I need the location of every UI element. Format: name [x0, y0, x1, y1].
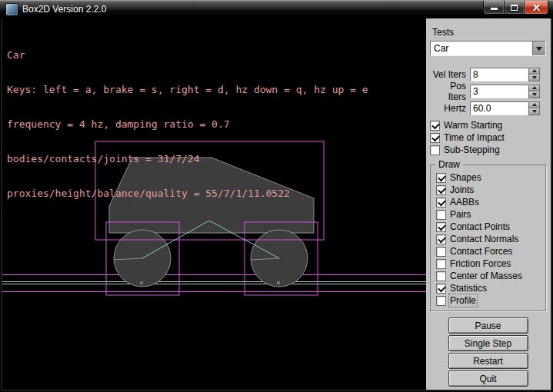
- chevron-down-icon: [536, 47, 542, 51]
- single-step-button[interactable]: Single Step: [448, 335, 528, 351]
- arrow-down-icon: [532, 93, 537, 96]
- hertz-input[interactable]: [470, 101, 528, 115]
- profile-row[interactable]: Profile: [436, 294, 542, 307]
- vel-iters-row: Vel Iters: [430, 67, 546, 81]
- right-contact-point: [277, 281, 280, 284]
- joints-label: Joints: [450, 184, 474, 195]
- arrow-down-icon: [532, 76, 537, 79]
- maximize-icon: [511, 5, 518, 11]
- draw-group: Draw Shapes Joints AABBs Pairs Contact P…: [430, 164, 546, 311]
- contact-points-row[interactable]: Contact Points: [436, 221, 542, 233]
- profile-checkbox[interactable]: [436, 296, 446, 306]
- draw-group-title: Draw: [435, 159, 463, 170]
- pos-iters-input[interactable]: [470, 85, 528, 98]
- caption-buttons: [484, 1, 548, 15]
- contact-normals-row[interactable]: Contact Normals: [436, 233, 542, 245]
- tests-label: Tests: [432, 27, 546, 38]
- contact-forces-label: Contact Forces: [450, 246, 512, 257]
- arrow-up-icon: [532, 86, 537, 89]
- titlebar[interactable]: Box2D Version 2.2.0: [0, 0, 553, 18]
- statistics-row[interactable]: Statistics: [436, 282, 542, 294]
- statistics-label: Statistics: [450, 283, 487, 294]
- time-of-impact-checkbox[interactable]: [430, 133, 440, 143]
- aabbs-checkbox[interactable]: [436, 198, 446, 208]
- minimize-icon: [491, 8, 498, 10]
- arrow-up-icon: [532, 103, 537, 106]
- vel-iters-down-button[interactable]: [528, 75, 540, 81]
- pos-iters-row: Pos Iters: [430, 84, 546, 98]
- friction-forces-row[interactable]: Friction Forces: [436, 257, 542, 270]
- joints-checkbox[interactable]: [436, 185, 446, 195]
- time-of-impact-label: Time of Impact: [444, 132, 505, 143]
- hertz-down-button[interactable]: [528, 108, 540, 115]
- contact-points-label: Contact Points: [450, 221, 510, 232]
- tests-dropdown[interactable]: Car: [430, 41, 546, 56]
- statistics-checkbox[interactable]: [436, 284, 446, 294]
- joints-row[interactable]: Joints: [436, 184, 542, 196]
- pos-iters-up-button[interactable]: [528, 85, 540, 91]
- sub-stepping-label: Sub-Stepping: [444, 145, 500, 155]
- stats-bodies-text: bodies/contacts/joints = 31/7/24: [7, 153, 368, 164]
- frequency-text: frequency = 4 hz, damping ratio = 0.7: [7, 118, 368, 130]
- warm-starting-row[interactable]: Warm Starting: [430, 119, 546, 131]
- shapes-row[interactable]: Shapes: [436, 171, 542, 184]
- center-of-masses-label: Center of Masses: [450, 271, 522, 281]
- minimize-button[interactable]: [483, 1, 505, 15]
- debug-text-overlay: Car Keys: left = a, brake = s, right = d…: [7, 26, 368, 222]
- contact-forces-checkbox[interactable]: [436, 247, 446, 257]
- action-buttons: Pause Single Step Restart Quit: [430, 317, 546, 388]
- sub-stepping-row[interactable]: Sub-Stepping: [430, 144, 546, 156]
- close-button[interactable]: [524, 1, 548, 15]
- vel-iters-input[interactable]: [470, 68, 528, 81]
- friction-forces-label: Friction Forces: [450, 258, 511, 269]
- control-panel: Tests Car Vel Iters Pos Iters: [426, 18, 551, 390]
- left-contact-point: [140, 281, 143, 284]
- contact-normals-label: Contact Normals: [450, 234, 518, 244]
- hertz-label: Hertz: [430, 103, 470, 114]
- pos-iters-label: Pos Iters: [430, 81, 470, 102]
- hertz-up-button[interactable]: [528, 101, 540, 108]
- sub-stepping-checkbox[interactable]: [430, 145, 440, 155]
- shapes-label: Shapes: [450, 172, 481, 183]
- aabbs-row[interactable]: AABBs: [436, 196, 542, 208]
- solver-toggles: Warm Starting Time of Impact Sub-Steppin…: [430, 119, 546, 156]
- contact-forces-row[interactable]: Contact Forces: [436, 245, 542, 257]
- shapes-checkbox[interactable]: [436, 173, 446, 183]
- vel-iters-up-button[interactable]: [528, 68, 540, 75]
- tests-dropdown-value: Car: [431, 42, 532, 55]
- contact-normals-checkbox[interactable]: [436, 234, 446, 244]
- profile-label: Profile: [450, 295, 476, 306]
- app-window: Box2D Version 2.2.0: [0, 0, 553, 392]
- center-of-masses-checkbox[interactable]: [436, 271, 446, 281]
- arrow-down-icon: [532, 110, 537, 113]
- aabbs-label: AABBs: [450, 197, 479, 208]
- pairs-label: Pairs: [450, 209, 471, 220]
- warm-starting-checkbox[interactable]: [430, 121, 440, 131]
- simulation-canvas[interactable]: Car Keys: left = a, brake = s, right = d…: [2, 18, 426, 390]
- friction-forces-checkbox[interactable]: [436, 259, 446, 269]
- vel-iters-label: Vel Iters: [430, 69, 470, 80]
- close-icon: [532, 3, 541, 12]
- pause-button[interactable]: Pause: [448, 317, 528, 334]
- maximize-button[interactable]: [504, 1, 525, 15]
- window-title: Box2D Version 2.2.0: [22, 4, 106, 15]
- keys-help-text: Keys: left = a, brake = s, right = d, hz…: [7, 84, 368, 95]
- arrow-up-icon: [532, 69, 537, 72]
- stats-proxies-text: proxies/height/balance/quality = 55/7/1/…: [7, 188, 368, 199]
- quit-button[interactable]: Quit: [448, 370, 528, 387]
- hertz-row: Hertz: [430, 101, 546, 115]
- restart-button[interactable]: Restart: [448, 353, 528, 369]
- pairs-checkbox[interactable]: [436, 210, 446, 220]
- app-icon: [6, 4, 18, 15]
- spinner-section: Vel Iters Pos Iters Hertz: [430, 67, 546, 115]
- contact-points-checkbox[interactable]: [436, 222, 446, 232]
- center-of-masses-row[interactable]: Center of Masses: [436, 270, 542, 282]
- pairs-row[interactable]: Pairs: [436, 208, 542, 221]
- test-title-text: Car: [7, 49, 368, 61]
- pos-iters-down-button[interactable]: [528, 91, 540, 98]
- time-of-impact-row[interactable]: Time of Impact: [430, 131, 546, 144]
- warm-starting-label: Warm Starting: [444, 120, 502, 131]
- tests-dropdown-arrow-button[interactable]: [532, 42, 545, 55]
